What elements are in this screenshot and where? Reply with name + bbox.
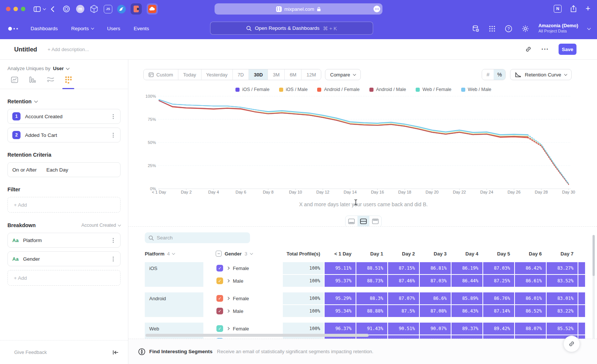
day-column-header[interactable]: Day 5: [483, 251, 514, 257]
retention-value-cell[interactable]: 86.6%: [420, 292, 451, 304]
retention-value-cell[interactable]: 90.51%: [388, 323, 419, 335]
expand-chevron-icon[interactable]: [226, 279, 229, 282]
legend-item[interactable]: Web / Male: [461, 87, 491, 92]
back-icon[interactable]: [51, 6, 54, 12]
day-column-header[interactable]: Day 2: [388, 251, 419, 257]
legend-item[interactable]: Web / Female: [416, 87, 451, 92]
retention-value-cell[interactable]: 87.46%: [388, 275, 419, 287]
retention-value-cell[interactable]: 87.14%: [483, 305, 514, 317]
retention-value-cell[interactable]: 88.04%: [515, 335, 546, 339]
retention-value-cell[interactable]: 95.34%: [325, 305, 356, 317]
day-column-header[interactable]: < 1 Day: [325, 251, 356, 257]
table-search-input[interactable]: Search: [145, 232, 250, 243]
retention-value-cell[interactable]: 90.01%: [420, 335, 451, 339]
copy-link-icon[interactable]: [525, 46, 532, 53]
breakdown-add-button[interactable]: + Add: [7, 270, 121, 286]
nav-item-reports[interactable]: Reports: [71, 26, 94, 31]
retention-value-cell[interactable]: 83.22%: [547, 305, 578, 317]
series-checkbox[interactable]: ✓: [216, 265, 223, 272]
step-2-menu-icon[interactable]: [110, 135, 116, 136]
retention-value-cell[interactable]: 96.37%: [325, 323, 356, 335]
retention-value-cell[interactable]: 86.81%: [420, 262, 451, 274]
breakdown-gender-label[interactable]: Gender: [23, 256, 40, 262]
retention-chart[interactable]: 100%75%50%25%0%< 1 DayDay 2Day 4Day 6Day…: [143, 94, 584, 195]
criteria-condition[interactable]: On or After: [12, 167, 37, 173]
address-bar[interactable]: mixpanel.com ⋯: [215, 3, 382, 15]
ring-icon[interactable]: [62, 4, 71, 14]
breakdown-gender-menu-icon[interactable]: [110, 258, 116, 260]
reader-icon[interactable]: [131, 3, 142, 15]
day-column-header[interactable]: Day 1: [356, 251, 387, 257]
report-title[interactable]: Untitled: [14, 46, 37, 53]
retention-value-cell[interactable]: 86.61%: [515, 275, 546, 287]
series-checkbox[interactable]: ✓: [216, 308, 223, 314]
tab-insights[interactable]: [10, 76, 19, 89]
expand-chevron-icon[interactable]: [226, 327, 229, 330]
retention-value-cell[interactable]: 89.48%: [451, 335, 482, 339]
retention-value-cell[interactable]: 88.88%: [356, 305, 387, 317]
legend-item[interactable]: Android / Male: [369, 87, 406, 92]
segments-title[interactable]: Find Interesting Segments: [149, 349, 213, 354]
retention-value-cell[interactable]: 88.73%: [356, 275, 387, 287]
retention-value-cell[interactable]: 87.03%: [420, 275, 451, 287]
breakdown-platform-menu-icon[interactable]: [110, 240, 116, 241]
retention-value-cell[interactable]: 83.52%: [547, 275, 578, 287]
retention-value-cell[interactable]: 83.27%: [547, 262, 578, 274]
share-icon[interactable]: [571, 5, 576, 12]
retention-value-cell[interactable]: 90.07%: [420, 323, 451, 335]
retention-value-cell[interactable]: 85.89%: [451, 292, 482, 304]
chart-type-dropdown[interactable]: Retention Curve: [510, 69, 572, 80]
retention-value-cell[interactable]: 95.37%: [325, 275, 356, 287]
breakdown-scope-dropdown[interactable]: Account Created: [81, 223, 121, 228]
layout-chart-focus-button[interactable]: [346, 216, 357, 227]
retention-section-title[interactable]: Retention: [7, 98, 121, 104]
js-icon[interactable]: JS: [104, 5, 112, 13]
layout-split-button[interactable]: [357, 216, 369, 227]
save-button[interactable]: Save: [559, 44, 576, 55]
retention-value-cell[interactable]: 90.54%: [388, 335, 419, 339]
mode-count[interactable]: #: [482, 69, 494, 80]
retention-step-2[interactable]: 2 Added To Cart: [7, 128, 121, 142]
retention-value-cell[interactable]: 85.52%: [547, 323, 578, 335]
settings-gear-icon[interactable]: [522, 25, 529, 32]
layout-table-focus-button[interactable]: [369, 216, 381, 227]
m-circle-icon[interactable]: m: [76, 5, 84, 13]
bird-icon[interactable]: [117, 5, 126, 13]
series-checkbox[interactable]: ✓: [216, 277, 223, 284]
mixpanel-logo-icon[interactable]: [8, 27, 18, 31]
retention-value-cell[interactable]: 87.15%: [388, 262, 419, 274]
tab-flows[interactable]: [46, 76, 55, 89]
retention-criteria-card[interactable]: On or After Each Day: [7, 162, 121, 177]
filter-add-button[interactable]: + Add: [7, 197, 121, 213]
retention-value-cell[interactable]: 83.01%: [547, 292, 578, 304]
horizontal-scrollbar[interactable]: [146, 334, 369, 337]
retention-value-cell[interactable]: 86.42%: [515, 262, 546, 274]
retention-value-cell[interactable]: 86.52%: [515, 305, 546, 317]
range-yesterday[interactable]: Yesterday: [201, 69, 232, 80]
retention-value-cell[interactable]: 87.03%: [483, 262, 514, 274]
zoom-window-icon[interactable]: [21, 7, 25, 11]
breakdown-item-platform[interactable]: Aa Platform: [7, 233, 121, 248]
range-3m[interactable]: 3M: [268, 69, 284, 80]
compare-button[interactable]: Compare: [325, 69, 361, 80]
data-governance-icon[interactable]: [472, 25, 479, 32]
day-column-header[interactable]: Day 4: [451, 251, 482, 257]
cube-icon[interactable]: [89, 4, 99, 14]
collapse-sidebar-icon[interactable]: [113, 350, 118, 355]
expand-chevron-icon[interactable]: [226, 310, 229, 313]
gender-column-header[interactable]: − Gender 3: [207, 251, 283, 257]
range-custom[interactable]: Custom: [144, 69, 178, 80]
soundcloud-icon[interactable]: [147, 3, 158, 15]
legend-item[interactable]: iOS / Male: [279, 87, 307, 92]
nav-item-dashboards[interactable]: Dashboards: [31, 26, 58, 31]
sidebar-toggle-icon[interactable]: [34, 6, 46, 12]
retention-value-cell[interactable]: 86.01%: [515, 292, 546, 304]
retention-value-cell[interactable]: 87.5%: [388, 305, 419, 317]
breakdown-platform-label[interactable]: Platform: [23, 238, 42, 243]
account-switcher[interactable]: Amazonia {Demo} All Project Data: [538, 23, 578, 34]
retention-value-cell[interactable]: 86.19%: [451, 262, 482, 274]
day-column-header[interactable]: Day 3: [420, 251, 451, 257]
retention-value-cell[interactable]: 88.07%: [515, 323, 546, 335]
notion-extension-icon[interactable]: N: [554, 5, 562, 13]
more-actions-icon[interactable]: ···: [541, 46, 549, 53]
